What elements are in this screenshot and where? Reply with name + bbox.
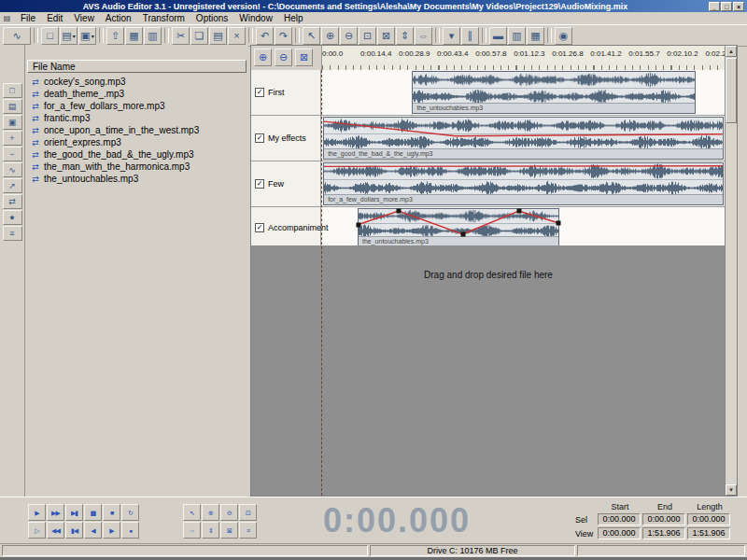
- paste-button[interactable]: ▤: [209, 27, 227, 45]
- track-enable-checkbox[interactable]: ✓: [255, 88, 264, 97]
- track-lane[interactable]: the_untouchables.mp3: [321, 70, 726, 115]
- menu-file[interactable]: File: [15, 12, 41, 24]
- save-mix-button[interactable]: ▣▾: [78, 27, 96, 45]
- audio-clip[interactable]: the_untouchables.mp3: [412, 71, 695, 114]
- menu-transform[interactable]: Transform: [137, 12, 190, 24]
- zoom-all-button[interactable]: ⊠: [377, 27, 395, 45]
- step-back-button[interactable]: ◀: [84, 522, 102, 539]
- file-item[interactable]: ⇄orient_expres.mp3: [27, 136, 247, 148]
- file-item[interactable]: ⇄cockey's_song.mp3: [27, 76, 247, 88]
- track-enable-checkbox[interactable]: ✓: [255, 133, 264, 143]
- scrollbar-thumb[interactable]: [726, 58, 737, 123]
- marker-tool-button[interactable]: ▾: [443, 27, 460, 45]
- layout-split-button[interactable]: ▥: [508, 27, 526, 45]
- loop-button[interactable]: ↻: [121, 504, 139, 521]
- time-ruler[interactable]: 0:00.00:00.14.40:00.28.90:00.43.40:00.57…: [321, 46, 726, 70]
- volume-envelope[interactable]: [324, 118, 723, 149]
- track-lane[interactable]: the_good_the_bad_&_the_ugly.mp3: [321, 116, 726, 161]
- side-open-button[interactable]: ▤: [3, 99, 22, 114]
- redo-button[interactable]: ↷: [275, 27, 292, 45]
- stop-button[interactable]: ■: [103, 504, 120, 521]
- envelope-point[interactable]: [460, 232, 465, 237]
- file-item[interactable]: ⇄for_a_few_dollars_more.mp3: [27, 100, 247, 112]
- zoom-horizontal-button[interactable]: ⇔: [415, 27, 432, 45]
- close-button[interactable]: ×: [733, 2, 744, 11]
- envelope-point[interactable]: [356, 222, 360, 227]
- menu-action[interactable]: Action: [100, 12, 137, 24]
- copy-button[interactable]: ❏: [190, 27, 208, 45]
- record-button[interactable]: ●: [121, 522, 139, 539]
- side-record-button[interactable]: ●: [3, 210, 22, 225]
- file-item[interactable]: ⇄death_theme_.mp3: [27, 88, 247, 100]
- zoom-in-time-button[interactable]: ⊕: [202, 504, 219, 521]
- side-save-button[interactable]: ▣: [3, 115, 22, 130]
- file-item[interactable]: ⇄frantic.mp3: [27, 112, 247, 124]
- pause-button[interactable]: ▮▮: [84, 504, 102, 521]
- side-add-file-button[interactable]: +: [3, 131, 22, 146]
- side-settings-button[interactable]: ≡: [3, 226, 22, 241]
- menu-options[interactable]: Options: [190, 12, 233, 24]
- delete-button[interactable]: ×: [228, 27, 246, 45]
- file-item[interactable]: ⇄once_upon_a_time_in_the_west.mp3: [27, 124, 247, 136]
- audio-clip[interactable]: the_untouchables.mp3: [358, 208, 560, 247]
- timeline-zoom-out-button[interactable]: ⊖: [275, 49, 292, 66]
- zoom-selection-button[interactable]: ⊡: [359, 27, 376, 45]
- rewind-button[interactable]: ◀◀: [47, 522, 64, 539]
- about-button[interactable]: ◉: [555, 27, 572, 45]
- side-waveform-button[interactable]: ∿: [3, 162, 22, 177]
- snap-toggle-button[interactable]: ≡: [239, 522, 257, 539]
- side-remove-file-button[interactable]: −: [3, 147, 22, 161]
- envelope-point[interactable]: [516, 209, 521, 214]
- play-selection-button[interactable]: ▷: [28, 522, 46, 539]
- zoom-to-selection-button[interactable]: ⊡: [239, 504, 257, 521]
- play-button[interactable]: ▶: [28, 504, 46, 521]
- new-mix-button[interactable]: □: [41, 27, 59, 45]
- zoom-full-button[interactable]: ⊠: [220, 522, 238, 539]
- open-mix-button[interactable]: ▤▾: [60, 27, 78, 45]
- zoom-out-button[interactable]: ⊖: [340, 27, 358, 45]
- zoom-out-time-button[interactable]: ⊖: [220, 504, 238, 521]
- maximize-button[interactable]: □: [721, 2, 732, 11]
- envelope-point[interactable]: [557, 221, 561, 226]
- export-audio-button[interactable]: ⇧: [106, 27, 124, 45]
- play-to-end-button[interactable]: ▶▮: [65, 504, 83, 521]
- cut-button[interactable]: ✂: [172, 27, 190, 45]
- timeline-zoom-in-button[interactable]: ⊕: [254, 49, 272, 66]
- track-enable-checkbox[interactable]: ✓: [255, 223, 264, 232]
- properties-button[interactable]: ▦: [125, 27, 143, 45]
- step-forward-button[interactable]: ▶: [103, 522, 120, 539]
- undo-button[interactable]: ↶: [256, 27, 274, 45]
- track-enable-checkbox[interactable]: ✓: [255, 179, 264, 189]
- track-lane[interactable]: the_untouchables.mp3: [321, 207, 726, 248]
- file-item[interactable]: ⇄the_untouchables.mp3: [27, 173, 247, 185]
- go-to-start-button[interactable]: ▮◀: [65, 522, 83, 539]
- track-lane[interactable]: for_a_few_dollars_more.mp3: [321, 161, 726, 206]
- selection-tool-button[interactable]: ↖: [183, 504, 201, 521]
- play-all-button[interactable]: ▶▶: [47, 504, 64, 521]
- volume-envelope[interactable]: [324, 163, 723, 195]
- menu-help[interactable]: Help: [278, 12, 309, 24]
- zoom-horizontal-fit-button[interactable]: ⇔: [183, 522, 201, 539]
- zoom-in-button[interactable]: ⊕: [321, 27, 339, 45]
- zoom-vertical-button[interactable]: ⇕: [396, 27, 414, 45]
- side-new-button[interactable]: □: [3, 83, 22, 98]
- file-list-header[interactable]: File Name: [27, 60, 247, 73]
- side-envelope-button[interactable]: ↗: [3, 178, 22, 193]
- file-item[interactable]: ⇄the_good_the_bad_&_the_ugly.mp3: [27, 148, 247, 161]
- timeline-zoom-all-button[interactable]: ⊠: [295, 49, 313, 66]
- select-tool-button[interactable]: ↖: [303, 27, 320, 45]
- layout-single-button[interactable]: ▬: [489, 27, 507, 45]
- scroll-down-button[interactable]: ▼: [726, 484, 737, 496]
- file-item[interactable]: ⇄the_man_with_the_harmonica.mp3: [27, 161, 247, 173]
- scroll-up-button[interactable]: ▲: [726, 46, 737, 57]
- layout-grid-button[interactable]: ▦: [527, 27, 544, 45]
- menu-view[interactable]: View: [68, 12, 100, 24]
- menu-edit[interactable]: Edit: [41, 12, 68, 24]
- zoom-vertical-fit-button[interactable]: ⇕: [202, 522, 219, 539]
- side-mix-button[interactable]: ⇄: [3, 194, 22, 209]
- timeline-scrollbar[interactable]: ▲ ▼: [725, 46, 737, 496]
- envelope-point[interactable]: [396, 209, 401, 214]
- frames-view-button[interactable]: ▥: [144, 27, 162, 45]
- playhead[interactable]: [321, 70, 322, 496]
- audio-overview-button[interactable]: ∿: [3, 27, 31, 45]
